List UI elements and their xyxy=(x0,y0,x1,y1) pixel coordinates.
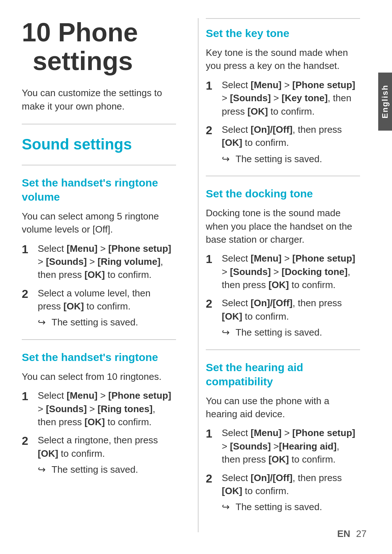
step-content: Select [On]/[Off], then press [OK] to co… xyxy=(222,296,360,339)
main-content: 10 Phone settings You can customize the … xyxy=(0,0,378,554)
step-number: 1 xyxy=(206,426,216,466)
result-text: The setting is saved. xyxy=(236,500,322,513)
step-item: 1 Select [Menu] > [Phone setup]> [Sounds… xyxy=(22,389,176,428)
step-item: 2 Select a ringtone, then press [OK] to … xyxy=(22,434,176,476)
step-number: 2 xyxy=(206,471,216,514)
chapter-subtitle: settings xyxy=(33,46,133,75)
hearing-aid-steps: 1 Select [Menu] > [Phone setup] > [Sound… xyxy=(206,426,360,513)
result-arrow: ↪ xyxy=(38,316,48,329)
step-item: 2 Select [On]/[Off], then press [OK] to … xyxy=(206,296,360,339)
divider-sound xyxy=(22,124,176,124)
docking-tone-steps: 1 Select [Menu] > [Phone setup] > [Sound… xyxy=(206,252,360,339)
chapter-intro: You can customize the settings to make i… xyxy=(22,86,176,113)
hearing-aid-heading: Set the hearing aid compatibility xyxy=(206,360,360,389)
step-number: 2 xyxy=(22,433,32,476)
step-content: Select [Menu] > [Phone setup] > [Sounds]… xyxy=(38,242,176,282)
divider-hearing xyxy=(206,349,360,350)
step-item: 2 Select [On]/[Off], then press [OK] to … xyxy=(206,471,360,514)
result-text: The setting is saved. xyxy=(52,463,138,476)
divider-ringtone xyxy=(22,339,176,340)
step-number: 1 xyxy=(206,251,216,291)
hearing-aid-intro: You can use the phone with a hearing aid… xyxy=(206,394,360,421)
divider-ringtone-vol xyxy=(22,165,176,165)
result-text: The setting is saved. xyxy=(52,316,138,329)
step-item: 1 Select [Menu] > [Phone setup] > [Sound… xyxy=(206,252,360,291)
sidebar-tab: English xyxy=(378,73,392,131)
step-number: 2 xyxy=(206,122,216,165)
ringtone-volume-heading: Set the handset's ringtone volume xyxy=(22,176,176,204)
footer-page: 27 xyxy=(356,528,367,539)
result-text: The setting is saved. xyxy=(236,326,322,339)
step-content: Select a volume level, then press [OK] t… xyxy=(38,287,176,329)
step-number: 2 xyxy=(206,296,216,339)
step-content: Select [On]/[Off], then press [OK] to co… xyxy=(222,123,360,165)
key-tone-heading: Set the key tone xyxy=(206,22,360,40)
step-content: Select [Menu] > [Phone setup]> [Sounds] … xyxy=(38,389,176,428)
step-content: Select [Menu] > [Phone setup] > [Sounds]… xyxy=(222,252,360,291)
sidebar-label: English xyxy=(380,85,390,118)
chapter-title: 10 Phone settings xyxy=(22,18,176,75)
step-item: 2 Select [On]/[Off], then press [OK] to … xyxy=(206,123,360,165)
step-result: ↪ The setting is saved. xyxy=(222,500,360,513)
step-item: 1 Select [Menu] > [Phone setup] > [Sound… xyxy=(206,426,360,466)
result-arrow: ↪ xyxy=(222,152,232,165)
step-content: Select [Menu] > [Phone setup] > [Sounds]… xyxy=(222,78,360,118)
step-number: 1 xyxy=(206,78,216,118)
ringtone-volume-steps: 1 Select [Menu] > [Phone setup] > [Sound… xyxy=(22,242,176,329)
footer-language: EN xyxy=(337,528,350,539)
ringtone-intro: You can select from 10 ringtones. xyxy=(22,370,176,383)
docking-tone-heading: Set the docking tone xyxy=(206,186,360,201)
ringtone-volume-intro: You can select among 5 ringtone volume l… xyxy=(22,210,176,236)
result-arrow: ↪ xyxy=(222,326,232,339)
step-number: 1 xyxy=(22,241,32,282)
step-item: 1 Select [Menu] > [Phone setup] > [Sound… xyxy=(206,78,360,118)
ringtone-steps: 1 Select [Menu] > [Phone setup]> [Sounds… xyxy=(22,389,176,476)
step-result: ↪ The setting is saved. xyxy=(222,152,360,165)
chapter-number: 10 xyxy=(22,18,51,47)
key-tone-steps: 1 Select [Menu] > [Phone setup] > [Sound… xyxy=(206,78,360,165)
footer: EN 27 xyxy=(337,528,367,539)
ringtone-heading: Set the handset's ringtone xyxy=(22,350,176,364)
step-result: ↪ The setting is saved. xyxy=(38,463,176,476)
step-content: Select [On]/[Off], then press [OK] to co… xyxy=(222,471,360,514)
key-tone-section: Set the key tone Key tone is the sound m… xyxy=(206,18,360,165)
step-item: 2 Select a volume level, then press [OK]… xyxy=(22,287,176,329)
step-number: 2 xyxy=(22,286,32,329)
divider-docking xyxy=(206,176,360,176)
left-column: 10 Phone settings You can customize the … xyxy=(22,18,183,532)
result-arrow: ↪ xyxy=(38,463,48,476)
step-result: ↪ The setting is saved. xyxy=(222,326,360,339)
key-tone-intro: Key tone is the sound made when you pres… xyxy=(206,46,360,73)
sound-settings-heading: Sound settings xyxy=(22,135,176,155)
right-column: Set the key tone Key tone is the sound m… xyxy=(198,18,360,532)
result-arrow: ↪ xyxy=(222,500,232,513)
step-item: 1 Select [Menu] > [Phone setup] > [Sound… xyxy=(22,242,176,282)
step-result: ↪ The setting is saved. xyxy=(38,316,176,329)
step-number: 1 xyxy=(22,388,32,428)
step-content: Select [Menu] > [Phone setup] > [Sounds]… xyxy=(222,426,360,466)
result-text: The setting is saved. xyxy=(236,152,322,165)
step-content: Select a ringtone, then press [OK] to co… xyxy=(38,434,176,476)
page-wrapper: English 10 Phone settings You can custom… xyxy=(0,0,392,554)
docking-tone-intro: Docking tone is the sound made when you … xyxy=(206,206,360,246)
